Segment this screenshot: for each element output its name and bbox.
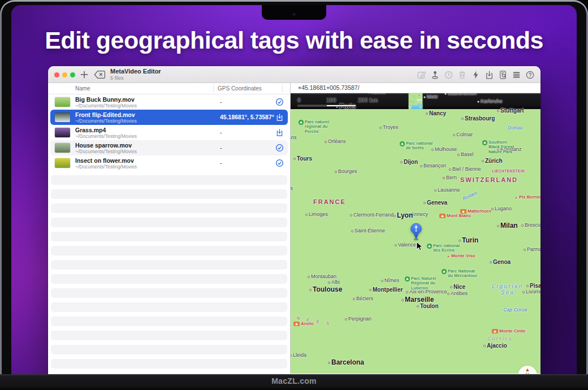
map-label: Strasbourg (461, 115, 495, 122)
city-marker (379, 127, 382, 129)
city-marker (395, 244, 397, 246)
file-path: ~/Documents/Testing/Movies (75, 133, 137, 139)
park-icon: ▲ (405, 276, 410, 281)
city-marker (351, 230, 353, 232)
file-row[interactable]: Big Buck Bunny.mov~/Documents/Testing/Mo… (50, 94, 288, 110)
map[interactable]: ReimsParisTroyesOrléansLe MansToursBourg… (291, 93, 541, 374)
add-files-icon[interactable] (79, 70, 89, 80)
peak-marker: ▲ (514, 196, 518, 200)
city-marker (497, 110, 499, 112)
trash-icon[interactable] (457, 70, 467, 80)
zoom-window-button[interactable] (70, 72, 75, 77)
watermark: MacZL.com (271, 376, 317, 385)
file-row[interactable]: Grass.mp4~/Documents/Testing/Movies- (50, 125, 288, 140)
city-marker (477, 101, 479, 103)
save-icon[interactable] (275, 128, 284, 137)
empty-row-stripe (51, 317, 287, 326)
compass[interactable]: ▲ N (518, 366, 537, 374)
column-header-gps[interactable]: GPS Coordinates (218, 85, 262, 92)
inspect-metadata-icon[interactable] (498, 70, 508, 80)
quick-actions-icon[interactable] (471, 70, 481, 80)
file-meta: Front flip-Edited.mov~/Documents/Testing… (75, 111, 137, 124)
scale-label: 100 (326, 97, 358, 103)
empty-row-stripe (51, 359, 287, 369)
empty-row-stripe (51, 232, 287, 241)
camera-icon (293, 13, 296, 16)
map-label: ▲Parc nationaldes Écrins (427, 244, 460, 253)
check-circle-icon[interactable] (275, 98, 284, 106)
clear-list-icon[interactable] (94, 70, 106, 80)
map-label: ▲Parc Nationaldu Mercantour (442, 269, 477, 279)
map-label: Besançon (420, 163, 446, 169)
map-pane: +45.18681+005.73587/ (291, 83, 541, 374)
gps-value: - (220, 98, 222, 105)
gps-value: - (220, 144, 222, 151)
map-label: Geneva (423, 200, 447, 206)
map-label: ▲Matterhorn (460, 209, 491, 214)
gps-value: - (220, 129, 222, 136)
edit-icon[interactable] (417, 70, 426, 80)
save-icon[interactable] (485, 70, 494, 80)
city-marker (423, 96, 426, 98)
map-pin[interactable] (409, 222, 423, 241)
map-scale: 0 100 200 km (297, 97, 378, 107)
empty-row-stripe (51, 189, 287, 199)
map-label: Livorno (522, 289, 541, 295)
city-marker (453, 134, 455, 136)
map-label: Bern (443, 175, 457, 181)
mountain-icon: ▲ (460, 209, 466, 214)
help-icon[interactable] (525, 70, 535, 80)
column-header-name[interactable]: Name (75, 85, 90, 92)
history-icon[interactable] (444, 70, 453, 80)
file-name: Grass.mp4 (75, 127, 137, 134)
park-icon: ▲ (299, 120, 304, 125)
map-label: Dijon (400, 159, 418, 165)
empty-row-stripe (51, 331, 287, 340)
map-label: FRANCE (313, 198, 346, 205)
file-path: ~/Documents/Testing/Movies (75, 118, 137, 124)
file-row[interactable]: House sparrow.mov~/Documents/Testing/Mov… (50, 140, 288, 155)
close-window-button[interactable] (54, 72, 59, 77)
map-label: Genoa (490, 259, 511, 265)
city-marker (447, 293, 449, 295)
file-row[interactable]: Insect on flower.mov~/Documents/Testing/… (50, 155, 288, 171)
map-label: ▲Parc naturelrégional duPerche (299, 120, 329, 134)
map-label: Montpellier (369, 287, 403, 293)
empty-row-stripe (51, 274, 287, 284)
map-label: ▲Monte Viso (447, 254, 475, 259)
map-label: Lausanne (434, 188, 460, 193)
map-label: Corsica (487, 336, 513, 342)
coordinates-input[interactable]: +45.18681+005.73587/ (291, 83, 541, 93)
map-label: Rotten (462, 190, 478, 201)
cursor (416, 241, 423, 252)
file-path: ~/Documents/Testing/Movies (75, 164, 137, 170)
scale-bar (297, 105, 356, 107)
file-meta: Grass.mp4~/Documents/Testing/Movies (75, 127, 137, 140)
empty-row-stripe (51, 260, 287, 270)
file-meta: House sparrow.mov~/Documents/Testing/Mov… (75, 142, 137, 155)
city-marker (291, 354, 292, 357)
map-label: Parma (524, 247, 541, 253)
map-label: Karlsruhe (477, 99, 503, 105)
map-label: Perpignan (345, 317, 371, 322)
map-label: Antibes (447, 291, 468, 297)
compass-north-label: N (518, 372, 537, 374)
city-marker (353, 298, 355, 300)
scale-label: 200 km (358, 97, 378, 103)
mountain-icon: ▲ (492, 329, 498, 333)
park-icon: ▲ (400, 141, 405, 146)
city-marker (394, 215, 396, 217)
metadata-list-icon[interactable] (512, 70, 521, 80)
file-row[interactable]: Front flip-Edited.mov~/Documents/Testing… (50, 110, 288, 125)
scale-label: 0 (297, 97, 326, 103)
save-icon[interactable] (275, 113, 284, 122)
map-label: Nice (450, 284, 465, 290)
minimize-window-button[interactable] (62, 72, 67, 77)
app-window: MetaVideo Editor 5 files Name GPS Coordi… (48, 66, 541, 374)
map-label: Brescia (521, 223, 541, 228)
file-name: House sparrow.mov (75, 142, 137, 149)
map-label: ▲SouthernBlack ForestNature Park (482, 140, 514, 154)
location-pin-icon[interactable] (430, 70, 440, 80)
check-circle-icon[interactable] (275, 144, 284, 152)
check-circle-icon[interactable] (275, 159, 284, 167)
